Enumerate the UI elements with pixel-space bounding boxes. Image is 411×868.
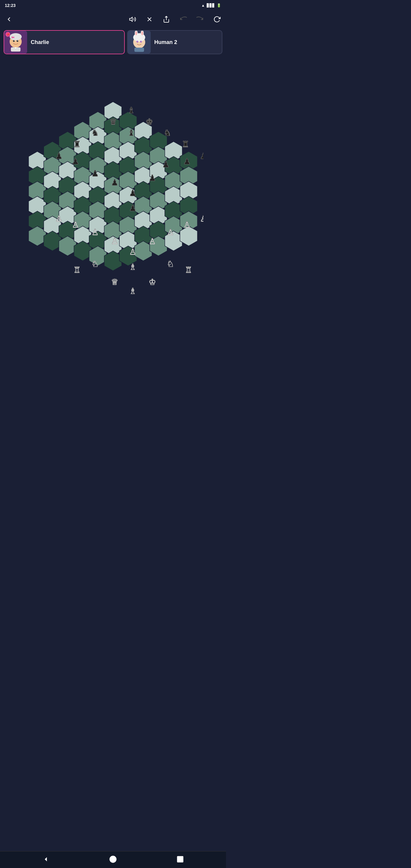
svg-text:♟: ♟: [56, 152, 62, 161]
svg-text:♝: ♝: [128, 106, 135, 115]
svg-text:♟: ♟: [72, 157, 79, 166]
svg-point-8: [17, 40, 19, 42]
svg-rect-23: [134, 48, 144, 52]
svg-point-22: [141, 41, 141, 41]
svg-text:♙: ♙: [92, 228, 98, 237]
svg-marker-0: [130, 17, 132, 22]
svg-text:♞: ♞: [92, 128, 98, 137]
svg-text:♝: ♝: [128, 128, 135, 137]
status-time: 12:23: [5, 3, 16, 8]
svg-text:♟: ♟: [184, 157, 190, 166]
volume-button[interactable]: [127, 14, 138, 25]
svg-text:♟: ♟: [149, 174, 156, 183]
player2-name: Human 2: [151, 39, 181, 45]
player1-avatar: 📌: [4, 31, 27, 54]
svg-text:♞: ♞: [164, 128, 171, 137]
active-indicator: 📌: [5, 32, 10, 37]
share-button[interactable]: [161, 14, 172, 25]
svg-point-19: [136, 41, 138, 42]
svg-text:♘: ♘: [92, 259, 98, 269]
toolbar: [0, 11, 226, 28]
redo-button[interactable]: [195, 14, 205, 25]
player1-name: Charlie: [27, 39, 53, 45]
svg-text:♟: ♟: [129, 204, 136, 213]
svg-text:♟: ♟: [111, 178, 118, 187]
undo-button[interactable]: [178, 14, 189, 25]
svg-text:♟: ♟: [200, 152, 204, 161]
svg-text:♕: ♕: [111, 278, 118, 287]
svg-text:♜: ♜: [73, 140, 81, 149]
svg-text:♙: ♙: [72, 220, 79, 229]
svg-text:♜: ♜: [182, 140, 189, 149]
board-area: ♝♝♛♛♚♚♞♞♝♝♞♞♜♜♜♜♟♟♟♟♟♟♟♟♟♟♟♟♟♟♟♟♟♟♟♟♙♙♙♙…: [0, 57, 226, 328]
wifi-icon: ▲: [201, 3, 205, 7]
svg-text:♗: ♗: [129, 287, 136, 296]
svg-text:♘: ♘: [167, 259, 174, 269]
svg-point-17: [135, 31, 137, 35]
svg-text:♖: ♖: [73, 266, 81, 275]
hex-board[interactable]: ♝♝♛♛♚♚♞♞♝♝♞♞♜♜♜♜♟♟♟♟♟♟♟♟♟♟♟♟♟♟♟♟♟♟♟♟♙♙♙♙…: [23, 72, 203, 313]
svg-text:♔: ♔: [149, 278, 156, 287]
svg-point-21: [137, 41, 138, 41]
svg-text:♟: ♟: [162, 160, 169, 169]
svg-point-6: [10, 33, 22, 40]
svg-text:♙: ♙: [149, 237, 156, 246]
svg-text:♛: ♛: [110, 117, 117, 126]
svg-text:♗: ♗: [129, 262, 136, 272]
status-bar: 12:23 ▲ ▊▊▊ 🔋: [0, 0, 226, 11]
svg-point-18: [141, 31, 143, 35]
human2-avatar-svg: [128, 31, 151, 54]
svg-text:♙: ♙: [200, 214, 204, 223]
svg-point-9: [14, 40, 14, 41]
svg-text:♙: ♙: [184, 220, 190, 229]
svg-text:♙: ♙: [167, 228, 174, 237]
svg-text:♚: ♚: [146, 117, 153, 126]
player2-avatar: [128, 31, 151, 54]
status-icons: ▲ ▊▊▊ 🔋: [201, 3, 221, 7]
chess-board-svg[interactable]: ♝♝♛♛♚♚♞♞♝♝♞♞♜♜♜♜♟♟♟♟♟♟♟♟♟♟♟♟♟♟♟♟♟♟♟♟♙♙♙♙…: [23, 72, 203, 313]
svg-text:♟: ♟: [92, 169, 98, 178]
svg-text:♙: ♙: [56, 214, 62, 223]
refresh-button[interactable]: [212, 14, 222, 25]
svg-text:♙: ♙: [111, 237, 118, 246]
back-button[interactable]: [4, 14, 14, 25]
svg-text:♟: ♟: [129, 189, 136, 198]
svg-text:♖: ♖: [185, 266, 192, 275]
players-container: 📌 Charlie: [0, 28, 226, 57]
close-button[interactable]: [144, 14, 155, 25]
player1-card[interactable]: 📌 Charlie: [4, 30, 125, 54]
svg-text:♙: ♙: [129, 247, 136, 256]
svg-point-10: [18, 40, 18, 41]
svg-point-7: [13, 40, 15, 42]
svg-point-20: [140, 41, 142, 42]
player2-card[interactable]: Human 2: [127, 30, 222, 54]
signal-icon: ▊▊▊: [207, 3, 215, 7]
battery-icon: 🔋: [217, 3, 221, 7]
